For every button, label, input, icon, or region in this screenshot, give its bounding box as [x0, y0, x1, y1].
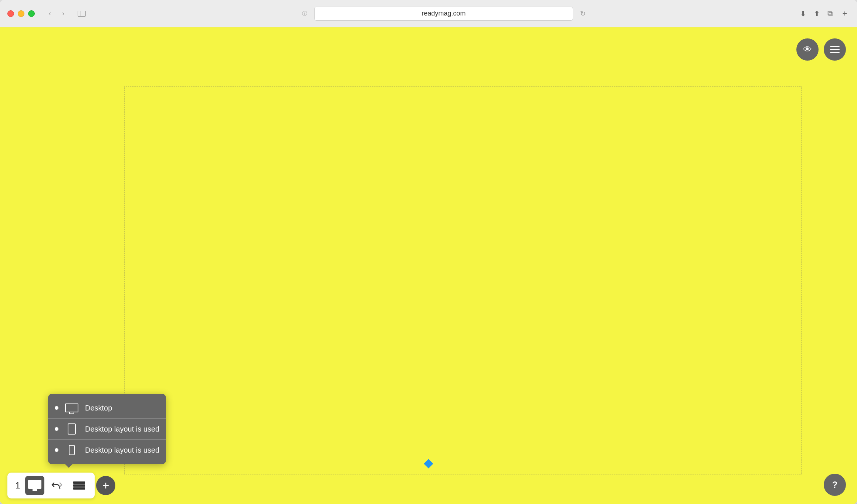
mobile-device-icon — [64, 445, 79, 455]
browser-window: ‹ › ⓘ readymag.com ↻ ⬇ ⬆ ⧉ + — [0, 0, 857, 504]
desktop-layout-icon — [28, 480, 41, 491]
toolbar-group: 1 — [7, 473, 95, 498]
svg-rect-5 — [73, 481, 85, 484]
page-frame — [124, 86, 802, 474]
browser-titlebar: ‹ › ⓘ readymag.com ↻ ⬇ ⬆ ⧉ + — [0, 0, 857, 27]
svg-rect-6 — [73, 484, 85, 487]
duplicate-icon[interactable]: ⧉ — [827, 9, 833, 18]
svg-rect-4 — [33, 488, 37, 490]
share-icon[interactable]: ⬆ — [814, 9, 820, 18]
plus-icon: + — [102, 479, 109, 493]
url-text: readymag.com — [421, 10, 465, 17]
tablet-device-icon — [64, 424, 79, 434]
maximize-button[interactable] — [28, 10, 35, 17]
forward-button[interactable]: › — [58, 9, 69, 18]
tablet-label: Desktop layout is used — [85, 425, 159, 433]
mobile-label: Desktop layout is used — [85, 446, 159, 454]
browser-content: 👁 Desktop — [0, 27, 857, 504]
question-mark-icon: ? — [832, 480, 838, 490]
bottom-toolbar: 1 — [0, 467, 857, 504]
close-button[interactable] — [7, 10, 14, 17]
back-button[interactable]: ‹ — [44, 9, 55, 18]
desktop-device-icon — [64, 403, 79, 413]
menu-button[interactable] — [824, 38, 846, 61]
traffic-lights — [7, 10, 35, 17]
blue-dot-container — [425, 460, 432, 467]
svg-rect-0 — [830, 46, 840, 47]
dropdown-item-mobile[interactable]: Desktop layout is used — [48, 439, 166, 460]
layers-button[interactable] — [70, 476, 89, 495]
svg-rect-2 — [830, 52, 840, 53]
tablet-icon — [68, 423, 76, 435]
minimize-button[interactable] — [18, 10, 24, 17]
sidebar-toggle-button[interactable] — [76, 9, 87, 18]
dropdown-item-tablet[interactable]: Desktop layout is used — [48, 418, 166, 439]
preview-button[interactable]: 👁 — [796, 38, 819, 61]
bullet-dot — [55, 406, 58, 410]
desktop-layout-button[interactable] — [25, 476, 44, 495]
undo-redo-button[interactable] — [47, 476, 67, 495]
top-right-controls: 👁 — [796, 38, 846, 61]
dropdown-item-desktop[interactable]: Desktop — [48, 398, 166, 418]
bullet-dot — [55, 427, 58, 431]
undo-redo-icon — [50, 480, 64, 491]
browser-actions: ⬇ ⬆ ⧉ + — [800, 9, 850, 18]
help-button[interactable]: ? — [824, 474, 846, 496]
desktop-icon — [65, 403, 78, 412]
nav-buttons: ‹ › — [44, 9, 69, 18]
reload-button[interactable]: ↻ — [577, 8, 588, 19]
address-bar[interactable]: readymag.com — [314, 7, 573, 21]
add-page-button[interactable]: + — [96, 476, 115, 495]
mobile-icon — [69, 445, 75, 455]
download-icon[interactable]: ⬇ — [800, 9, 806, 18]
sidebar-toggle-icon — [78, 11, 86, 17]
svg-rect-7 — [73, 487, 85, 490]
layout-dropdown: Desktop Desktop layout is used Desktop l… — [48, 394, 166, 464]
info-icon: ⓘ — [299, 8, 310, 19]
address-bar-container: ⓘ readymag.com ↻ — [93, 7, 794, 21]
svg-rect-1 — [830, 49, 840, 50]
add-tab-button[interactable]: + — [840, 9, 850, 18]
bullet-dot — [55, 448, 58, 452]
eye-icon: 👁 — [803, 44, 812, 55]
layers-icon — [72, 480, 86, 491]
page-number: 1 — [13, 480, 22, 491]
menu-icon — [830, 46, 840, 53]
desktop-label: Desktop — [85, 404, 112, 412]
svg-rect-3 — [28, 480, 41, 488]
